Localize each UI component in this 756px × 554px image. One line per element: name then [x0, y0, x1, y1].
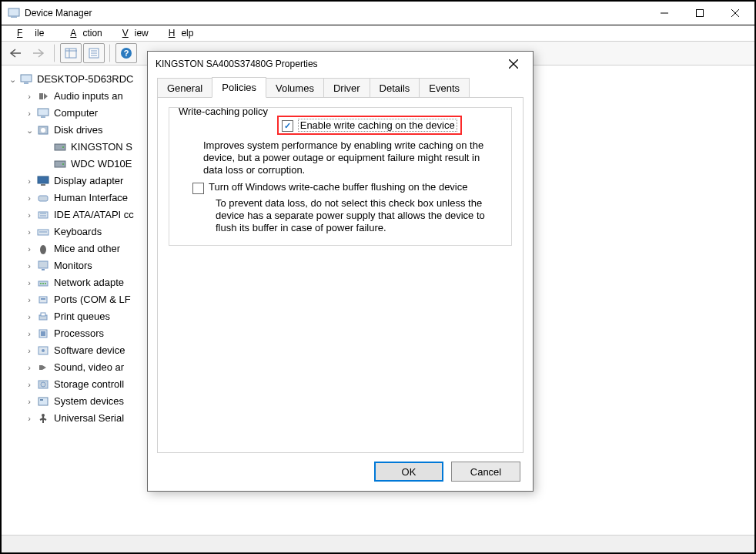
status-bar [2, 535, 754, 552]
svg-rect-53 [40, 399, 43, 401]
menu-help[interactable]: Help [156, 26, 200, 40]
expand-icon[interactable]: › [25, 173, 34, 190]
svg-rect-29 [38, 212, 48, 218]
expand-icon[interactable]: › [25, 223, 34, 240]
cancel-button[interactable]: Cancel [451, 462, 520, 482]
title-bar: Device Manager [2, 2, 754, 25]
dialog-close-button[interactable] [502, 52, 525, 76]
turn-off-flush-row: Turn off Windows write-cache buffer flus… [192, 181, 502, 194]
dialog-title-bar: KINGSTON SA400S37480G Properties [148, 52, 533, 76]
enable-write-caching-description: Improves system performance by enabling … [203, 139, 502, 176]
svg-rect-0 [8, 8, 19, 16]
cpu-icon [37, 327, 49, 340]
tab-general[interactable]: General [157, 78, 212, 98]
back-button[interactable] [5, 43, 26, 63]
help-toolbar-button[interactable]: ? [115, 43, 137, 63]
tree-item-label: Ports (COM & LF [54, 291, 131, 308]
close-button[interactable] [718, 2, 753, 25]
expand-icon[interactable]: › [25, 274, 34, 291]
turn-off-flush-checkbox[interactable] [192, 183, 204, 194]
expand-icon[interactable]: › [25, 291, 34, 308]
expand-icon[interactable]: › [25, 206, 34, 223]
tree-item-label: Human Interface [54, 190, 128, 206]
svg-point-23 [62, 146, 64, 148]
enable-write-caching-checkbox[interactable] [282, 120, 293, 132]
svg-point-39 [42, 283, 44, 284]
expand-icon[interactable]: › [25, 105, 34, 122]
system-icon [37, 395, 49, 408]
enable-write-caching-label[interactable]: Enable write caching on the device [298, 119, 457, 132]
expand-icon[interactable]: › [25, 359, 34, 376]
expand-icon[interactable]: › [25, 257, 34, 274]
svg-rect-27 [41, 184, 45, 186]
tree-item-label: Storage controll [54, 376, 124, 393]
tree-item-label: Universal Serial [54, 410, 124, 427]
tab-details[interactable]: Details [370, 78, 420, 98]
minimize-button[interactable] [647, 2, 682, 25]
expand-icon[interactable]: ⌄ [25, 122, 34, 139]
show-hide-tree-button[interactable] [60, 43, 82, 63]
menu-file[interactable]: File [5, 26, 56, 40]
expand-icon[interactable]: › [25, 240, 34, 257]
menu-action[interactable]: Action [58, 26, 108, 40]
expand-icon[interactable]: › [25, 410, 34, 427]
turn-off-flush-description: To prevent data loss, do not select this… [216, 197, 502, 234]
sound-icon [37, 361, 49, 374]
svg-rect-16 [24, 82, 28, 84]
svg-point-48 [42, 349, 45, 352]
ok-button[interactable]: OK [374, 462, 443, 482]
expand-icon[interactable]: › [25, 342, 34, 359]
svg-rect-42 [41, 298, 45, 300]
tree-item-label: Software device [54, 342, 125, 359]
properties-toolbar-button[interactable] [83, 43, 105, 63]
expand-icon[interactable]: › [25, 308, 34, 325]
tree-item-label: Audio inputs an [54, 88, 123, 105]
maximize-button[interactable] [682, 2, 718, 25]
tab-panel-policies: Write-caching policy Enable write cachin… [157, 97, 524, 453]
expand-icon[interactable]: ⌄ [8, 71, 17, 88]
svg-rect-1 [11, 16, 17, 18]
tree-item-label: Print queues [54, 308, 110, 325]
properties-dialog: KINGSTON SA400S37480G Properties General… [147, 51, 534, 492]
computer-icon [20, 73, 32, 86]
network-icon [37, 277, 49, 289]
printer-icon [37, 311, 49, 323]
svg-point-38 [40, 283, 42, 284]
tree-item-label: WDC WD10E [71, 156, 132, 173]
menu-view[interactable]: View [110, 26, 155, 40]
svg-rect-44 [41, 313, 45, 316]
svg-rect-35 [38, 261, 48, 268]
tab-volumes[interactable]: Volumes [266, 78, 324, 98]
disk-icon [37, 124, 49, 136]
tree-item-label: Computer [54, 105, 98, 122]
svg-rect-52 [38, 398, 48, 405]
svg-point-21 [41, 128, 45, 133]
svg-rect-18 [38, 109, 49, 116]
forward-button[interactable] [28, 43, 49, 63]
svg-rect-3 [697, 10, 704, 17]
software-icon [37, 344, 49, 357]
expand-icon[interactable]: › [25, 190, 34, 206]
tab-events[interactable]: Events [419, 78, 470, 98]
usb-icon [37, 412, 49, 425]
svg-rect-46 [41, 331, 45, 336]
svg-point-25 [62, 163, 64, 165]
tree-item-label: Keyboards [54, 223, 102, 240]
monitor-icon [37, 260, 49, 272]
svg-rect-6 [65, 49, 76, 58]
expand-icon[interactable]: › [25, 376, 34, 393]
svg-text:?: ? [124, 49, 129, 58]
tab-driver[interactable]: Driver [323, 78, 370, 98]
turn-off-flush-label[interactable]: Turn off Windows write-cache buffer flus… [209, 181, 468, 193]
svg-point-34 [40, 245, 46, 254]
dialog-tabs: GeneralPoliciesVolumesDriverDetailsEvent… [148, 76, 533, 97]
tab-policies[interactable]: Policies [212, 77, 266, 98]
display-icon [37, 175, 49, 187]
expand-icon[interactable]: › [25, 325, 34, 342]
enable-write-caching-row: Enable write caching on the device [277, 116, 462, 135]
toolbar-separator [54, 44, 55, 62]
expand-icon[interactable]: › [25, 88, 34, 105]
svg-point-40 [45, 283, 46, 284]
expand-icon[interactable]: › [25, 393, 34, 410]
tree-item-label: Disk drives [54, 122, 103, 139]
